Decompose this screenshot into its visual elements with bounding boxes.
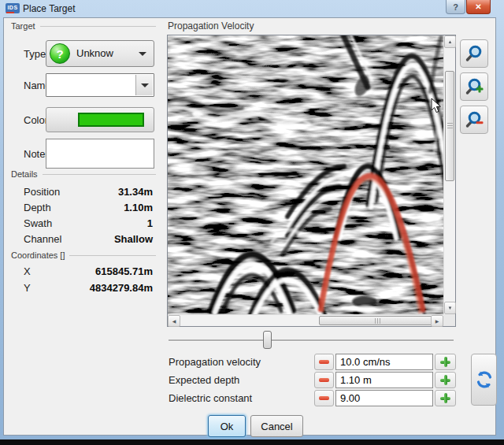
chevron-down-icon: [141, 83, 149, 87]
plus-icon: [440, 375, 450, 385]
depth-input[interactable]: [335, 372, 433, 388]
scrollbar-corner: [443, 314, 455, 326]
help-button[interactable]: ?: [446, 0, 465, 14]
vertical-scroll-thumb[interactable]: [445, 71, 454, 181]
logo-red-bar: [6, 12, 14, 13]
expected-depth-label: Expected depth: [169, 374, 239, 386]
channel-value: Shallow: [46, 233, 153, 245]
details-group-title: Details: [11, 169, 156, 179]
color-picker-button[interactable]: [46, 107, 154, 132]
dielectric-decrease-button[interactable]: [314, 390, 334, 406]
refresh-button[interactable]: [471, 354, 497, 406]
type-value: Unknow: [76, 47, 113, 59]
window-title: Place Target: [23, 3, 76, 14]
viewer-title: Propagation Velocity: [168, 20, 254, 32]
position-value: 31.34m: [46, 186, 153, 198]
scroll-up-button[interactable]: ▲: [444, 35, 456, 48]
coord-x-label: X: [24, 265, 31, 277]
name-input[interactable]: [48, 76, 136, 96]
radargram-viewer: ▲ ▼ ◀ ▶: [167, 35, 456, 327]
velocity-input[interactable]: [335, 354, 433, 370]
gpr-radargram[interactable]: [168, 35, 443, 314]
close-icon: ✕: [475, 2, 481, 11]
coord-y-label: Y: [24, 282, 31, 294]
minus-icon: [319, 360, 329, 364]
name-combobox[interactable]: [46, 73, 154, 97]
app-logo-icon: IDS: [6, 3, 20, 13]
close-button[interactable]: ✕: [466, 0, 491, 14]
dielectric-input[interactable]: [335, 390, 433, 406]
plus-icon: [440, 393, 450, 403]
velocity-increase-button[interactable]: [435, 354, 456, 370]
type-combobox[interactable]: ? Unknow: [46, 40, 154, 67]
minus-icon: [319, 396, 329, 400]
depth-value: 1.10m: [46, 202, 153, 213]
zoom-reset-button[interactable]: [460, 39, 488, 68]
scroll-down-icon: ▼: [448, 306, 453, 310]
swath-value: 1: [46, 217, 153, 229]
target-group-title: Target: [11, 21, 156, 31]
dielectric-increase-button[interactable]: [435, 390, 456, 406]
vertical-scrollbar[interactable]: ▲ ▼: [443, 35, 455, 314]
coord-x-value: 615845.71m: [46, 265, 153, 277]
magnifier-minus-icon: [464, 109, 484, 130]
minus-icon: [319, 378, 329, 382]
chevron-down-icon: [139, 52, 146, 56]
horizontal-scroll-thumb[interactable]: [319, 316, 437, 325]
notes-input[interactable]: [46, 139, 154, 169]
unknown-type-icon: ?: [50, 43, 70, 64]
cancel-button[interactable]: Cancel: [250, 415, 303, 437]
depth-decrease-button[interactable]: [314, 372, 334, 388]
scroll-left-icon: ◀: [172, 318, 176, 324]
horizontal-scrollbar[interactable]: ◀ ▶: [168, 314, 443, 326]
refresh-icon: [475, 370, 494, 389]
velocity-decrease-button[interactable]: [314, 354, 334, 370]
coordinates-group-title: Coordinates []: [11, 250, 156, 260]
name-dropdown-button[interactable]: [135, 75, 153, 95]
velocity-slider-handle[interactable]: [263, 331, 272, 349]
help-icon: ?: [453, 2, 458, 12]
dielectric-constant-label: Dielectric constant: [169, 392, 252, 404]
ok-button[interactable]: Ok: [208, 415, 246, 437]
propagation-velocity-label: Propagation velocity: [169, 356, 261, 368]
screen-bottom-edge: [0, 439, 504, 445]
magnifier-icon: [464, 43, 484, 64]
magnifier-plus-icon: [464, 76, 484, 97]
plus-icon: [440, 357, 450, 367]
color-swatch: [78, 113, 144, 127]
coord-y-value: 4834279.84m: [46, 282, 153, 294]
scroll-right-button[interactable]: ▶: [431, 315, 443, 327]
scroll-left-button[interactable]: ◀: [168, 315, 180, 327]
scroll-right-icon: ▶: [435, 318, 439, 324]
place-target-dialog: IDS Place Target ? ✕ Target Type ? Unkno…: [0, 0, 504, 439]
velocity-slider-track[interactable]: [169, 339, 454, 342]
color-label: Color: [24, 114, 48, 126]
scroll-up-icon: ▲: [448, 39, 453, 44]
zoom-in-button[interactable]: [460, 72, 488, 101]
scroll-down-button[interactable]: ▼: [444, 302, 456, 314]
depth-increase-button[interactable]: [435, 372, 456, 388]
zoom-out-button[interactable]: [460, 106, 488, 134]
titlebar[interactable]: IDS Place Target: [0, 0, 504, 17]
type-label: Type: [24, 48, 46, 60]
